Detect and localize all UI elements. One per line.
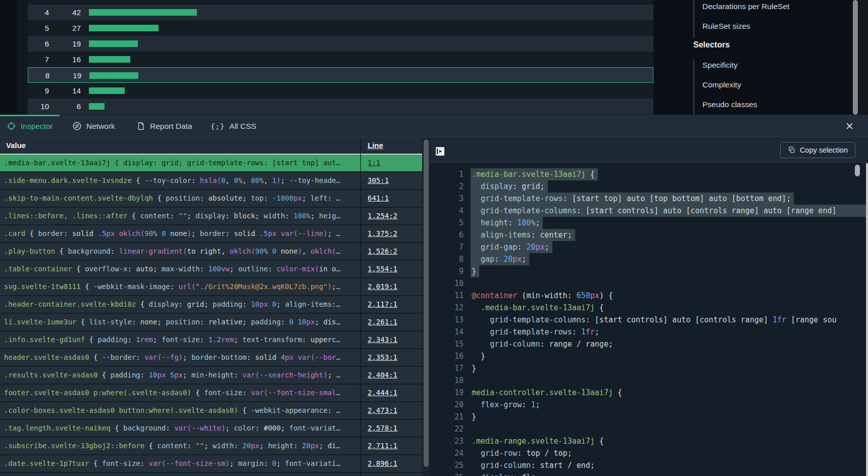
token-pun: { bbox=[127, 212, 140, 220]
tab-all-css[interactable]: {;}All CSS bbox=[211, 115, 257, 137]
token-pun: ; bbox=[311, 212, 319, 220]
table-row[interactable]: footer.svelte-asdas0 p:where(.svelte-asd… bbox=[0, 385, 422, 401]
rule-value: .results.svelte-asdas0 { padding: 10px 5… bbox=[4, 367, 359, 384]
token-kw: dis bbox=[323, 318, 336, 326]
window-scrollbar-track[interactable] bbox=[866, 163, 868, 476]
rule-value: .play-button { background: linear-gradie… bbox=[4, 243, 359, 260]
rule-value: svg.svelte-1tw8111 { -webkit-mask-image:… bbox=[4, 278, 359, 295]
token-pun: ; bbox=[187, 212, 195, 220]
chart-row-8[interactable]: 819 bbox=[28, 67, 653, 83]
line-link[interactable]: 2,444:1 bbox=[368, 385, 397, 401]
token-fn: url( bbox=[179, 282, 196, 291]
line-link[interactable]: 1:1 bbox=[368, 155, 380, 171]
code-scrollbar-thumb[interactable] bbox=[855, 165, 860, 176]
line-link[interactable]: 2,343:1 bbox=[368, 331, 397, 348]
table-row[interactable]: .play-button { background: linear-gradie… bbox=[0, 243, 422, 260]
code-editor[interactable]: 1.media-bar.svelte-13aai7j {2 display: g… bbox=[430, 163, 868, 476]
line-link[interactable]: 3,011:1 bbox=[368, 473, 397, 476]
line-link[interactable]: 2,117:1 bbox=[368, 296, 397, 313]
token-sel: .tag.length.svelte-naikeq bbox=[4, 424, 111, 432]
line-link[interactable]: 2,578:1 bbox=[368, 420, 397, 437]
chart-row-9[interactable]: 914 bbox=[28, 83, 653, 99]
chart-row-count: 42 bbox=[49, 5, 81, 20]
line-link[interactable]: 2,404:1 bbox=[368, 367, 397, 384]
table-row[interactable]: .media-bar.svelte-13aai7j { display: gri… bbox=[0, 155, 422, 171]
line-link[interactable]: 1,526:2 bbox=[368, 243, 397, 260]
line-link[interactable]: 2,711:1 bbox=[368, 438, 397, 454]
code-line: 26 display: fle bbox=[430, 471, 868, 476]
token-pun: ; bbox=[153, 336, 162, 344]
token-unit: px bbox=[513, 255, 522, 264]
table-row[interactable]: .color-boxes.svelte-asdas0 button:where(… bbox=[0, 402, 422, 419]
side-menu-item-specificity[interactable]: Specificity bbox=[702, 61, 738, 70]
chart-row-10[interactable]: 106 bbox=[28, 99, 653, 114]
line-link[interactable]: 2,353:1 bbox=[368, 349, 397, 366]
line-link[interactable]: 1,375:2 bbox=[368, 225, 397, 242]
token-num: 20 bbox=[526, 243, 535, 252]
table-row[interactable]: header.svelte-asdas0 { --border: var(--f… bbox=[0, 349, 422, 366]
table-row[interactable]: .skip-to-main-content.svelte-dbylqh { po… bbox=[0, 190, 422, 207]
table-row[interactable]: .info.svelte-gd1unf { padding: 1rem; fon… bbox=[0, 331, 422, 348]
token-num: 20 bbox=[302, 442, 311, 450]
table-row[interactable]: svg.svelte-1tw8111 { -webkit-mask-image:… bbox=[0, 278, 422, 295]
token-pun: ; bbox=[590, 461, 595, 470]
table-row[interactable]: .play-button.svelte-13gboj2 { background… bbox=[0, 473, 422, 476]
code-line-text bbox=[471, 423, 472, 435]
table-row[interactable]: .card { border: solid .5px oklch(90% 0 n… bbox=[0, 225, 422, 242]
token-pun: : bbox=[225, 212, 234, 220]
chart-row-5[interactable]: 527 bbox=[28, 20, 653, 36]
table-row[interactable]: .side-menu.dark.svelte-1vsndze { --toy-c… bbox=[0, 172, 422, 189]
panel-toggle-icon[interactable] bbox=[435, 147, 445, 156]
token-pun: , bbox=[302, 247, 311, 255]
page-scrollbar[interactable] bbox=[852, 0, 868, 115]
table-row[interactable]: li.svelte-1ume3ur { list-style: none; po… bbox=[0, 314, 422, 330]
token-sel: .media-bar.svelte-13aai7j bbox=[4, 159, 111, 167]
line-link[interactable]: 1,554:1 bbox=[368, 261, 397, 277]
table-scrollbar-thumb[interactable] bbox=[424, 139, 429, 467]
token-ell: … bbox=[336, 336, 340, 344]
chart-row-count: 19 bbox=[49, 68, 81, 83]
table-row[interactable]: .tag.length.svelte-naikeq { background: … bbox=[0, 420, 422, 437]
side-menu-item-ruleset-sizes[interactable]: RuleSet sizes bbox=[702, 22, 750, 31]
token-pun: : bbox=[140, 459, 149, 467]
token-sel: .header-container.svelte-kbdi8z bbox=[4, 300, 136, 308]
table-row[interactable]: .header-container.svelte-kbdi8z { displa… bbox=[0, 296, 422, 313]
tab-report-data[interactable]: Report Data bbox=[136, 115, 192, 137]
line-link[interactable]: 641:1 bbox=[368, 190, 389, 207]
table-row[interactable]: .results.svelte-asdas0 { padding: 10px 5… bbox=[0, 367, 422, 384]
line-number: 1 bbox=[430, 168, 471, 180]
side-menu-item-declarations-per-ruleset[interactable]: Declarations per RuleSet bbox=[702, 2, 789, 11]
chart-row-7[interactable]: 716 bbox=[28, 52, 653, 67]
chart-row-4[interactable]: 442 bbox=[28, 5, 653, 20]
side-menu-item-pseudo-classes[interactable]: Pseudo classes bbox=[702, 100, 757, 109]
token-num: 80 bbox=[251, 176, 260, 184]
line-link[interactable]: 1,254:2 bbox=[368, 208, 397, 224]
token-pun: ; bbox=[281, 424, 289, 432]
token-num: 1 bbox=[581, 327, 586, 337]
token-pun: { bbox=[72, 265, 85, 273]
table-row[interactable]: .table-container { overflow-x: auto; max… bbox=[0, 261, 422, 277]
page-scrollbar-thumb[interactable] bbox=[853, 0, 858, 115]
rule-value: .tag.length.svelte-naikeq { background: … bbox=[4, 420, 359, 437]
table-row[interactable]: .date.svelte-1p7tuxr { font-size: var(--… bbox=[0, 455, 422, 472]
line-column-header[interactable]: Line bbox=[368, 137, 383, 154]
tab-inspector[interactable]: Inspector bbox=[7, 115, 53, 137]
side-menu-item-complexity[interactable]: Complexity bbox=[702, 80, 741, 89]
table-row[interactable]: .subscribe.svelte-13gboj2::before { cont… bbox=[0, 438, 422, 454]
table-scrollbar[interactable] bbox=[422, 137, 430, 476]
token-fn: ) bbox=[187, 229, 191, 237]
code-line-text: media-controller.svelte-13aai7j { bbox=[471, 387, 622, 399]
line-link[interactable]: 2,019:1 bbox=[368, 278, 397, 295]
token-num: 0 bbox=[289, 318, 293, 326]
copy-selection-button[interactable]: Copy selection bbox=[780, 142, 855, 158]
code-line-text: height: 100%; bbox=[471, 217, 543, 229]
side-menu-heading: Selectors bbox=[693, 40, 730, 50]
line-link[interactable]: 2,261:1 bbox=[368, 314, 397, 330]
line-link[interactable]: 2,896:1 bbox=[368, 455, 397, 472]
table-row[interactable]: .lines::before, .lines::after { content:… bbox=[0, 208, 422, 224]
line-link[interactable]: 305:1 bbox=[368, 172, 389, 189]
chart-row-6[interactable]: 619 bbox=[28, 36, 653, 52]
line-link[interactable]: 2,473:1 bbox=[368, 402, 397, 419]
tab-network[interactable]: Network bbox=[72, 115, 115, 137]
close-button[interactable] bbox=[844, 122, 854, 132]
